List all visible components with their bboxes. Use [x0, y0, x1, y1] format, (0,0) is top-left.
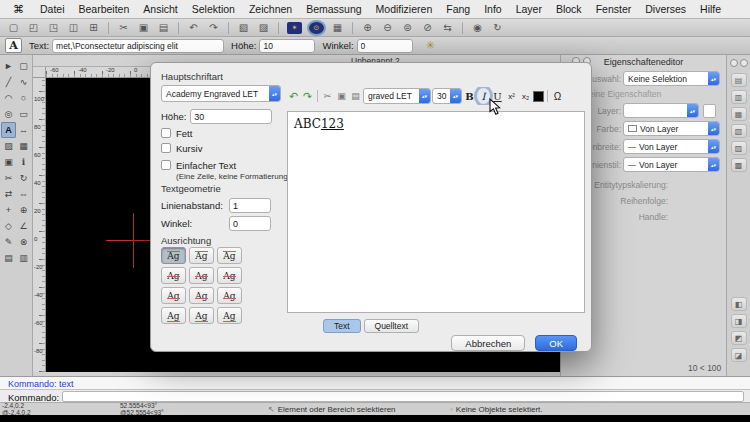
misc-tool[interactable]: ▥	[16, 250, 31, 266]
separator[interactable]	[462, 22, 463, 34]
text-content-editor[interactable]: ABC 123	[287, 111, 585, 313]
modify-tool[interactable]: ✎	[1, 234, 16, 250]
align-top-left[interactable]: Ag	[161, 247, 186, 264]
redo-icon[interactable]: ↷	[205, 20, 222, 35]
polygon-tool[interactable]: ◇	[1, 218, 16, 234]
lineweight-select[interactable]: — Von Layer ▴▾	[623, 139, 720, 154]
editor-font-select[interactable]: graved LET ▴▾	[363, 88, 431, 104]
paste-button[interactable]: ▤	[349, 88, 362, 104]
active-tool-icon[interactable]: ⊙	[309, 22, 324, 34]
ellipse-tool[interactable]: ◎	[1, 106, 16, 122]
move-tool[interactable]: ⇔	[16, 186, 31, 202]
tab-text[interactable]: Text	[323, 319, 361, 333]
align-base-center[interactable]: Ag	[189, 287, 214, 304]
arc-tool[interactable]: ◠	[1, 90, 16, 106]
library-browser-toggle-icon[interactable]: ▨	[731, 141, 747, 155]
menu-item[interactable]: Modifizieren	[369, 0, 440, 18]
cancel-button[interactable]: Abbrechen	[451, 335, 525, 351]
save-file-icon[interactable]: ◳	[45, 20, 62, 35]
text-tool[interactable]: A	[1, 122, 16, 138]
apple-menu-icon[interactable]: ⌘	[4, 3, 33, 16]
undo-icon[interactable]: ↶	[185, 20, 202, 35]
deselect-icon[interactable]: ▨	[255, 20, 272, 35]
print-icon[interactable]: ◫	[65, 20, 82, 35]
menu-item[interactable]: Hilfe	[693, 0, 728, 18]
menu-item[interactable]: Info	[477, 0, 509, 18]
selection-select[interactable]: Keine Selektion ▴▾	[623, 71, 720, 86]
align-base-left[interactable]: Ag	[161, 287, 186, 304]
tool-options-toggle-icon[interactable]: ◪	[731, 348, 747, 362]
editor-font-size-select[interactable]: 30 ▴▾	[432, 88, 462, 104]
selection-filter-toggle-icon[interactable]: ◧	[731, 297, 747, 311]
italic-checkbox[interactable]	[161, 143, 171, 153]
bold-checkbox[interactable]	[161, 128, 171, 138]
redo-button[interactable]: ↷	[301, 88, 314, 104]
menu-item[interactable]: Fenster	[589, 0, 639, 18]
undo-button[interactable]: ↶	[287, 88, 300, 104]
separator[interactable]	[352, 22, 353, 34]
rotate-tool[interactable]: ↻	[16, 170, 31, 186]
paste-icon[interactable]: ▤	[155, 20, 172, 35]
block-list-toggle-icon[interactable]: ▦	[731, 107, 747, 121]
trim-tool[interactable]: ✂	[1, 170, 16, 186]
bold-checkbox-row[interactable]: Fett	[161, 128, 192, 139]
align-base-right[interactable]: Ag	[217, 287, 242, 304]
align-middle-left[interactable]: Ag	[161, 267, 186, 284]
snap-options-toggle-icon[interactable]: ◩	[731, 331, 747, 345]
separator[interactable]	[108, 22, 109, 34]
zoom-out-icon[interactable]: ⊖	[379, 20, 396, 35]
select-all-icon[interactable]: ▧	[235, 20, 252, 35]
snap-tool[interactable]: +	[1, 202, 16, 218]
ok-button[interactable]: OK	[535, 335, 577, 351]
line-tool[interactable]: ╱	[1, 74, 16, 90]
menu-item[interactable]: Block	[549, 0, 589, 18]
separator[interactable]	[278, 22, 279, 34]
mirror-tool[interactable]: ⇄	[1, 186, 16, 202]
menu-item[interactable]: Ansicht	[136, 0, 184, 18]
zoom-in-icon[interactable]: ⊕	[359, 20, 376, 35]
command-line-toggle-icon[interactable]: ▩	[731, 158, 747, 172]
redraw-icon[interactable]: ↻	[489, 20, 506, 35]
view-list-toggle-icon[interactable]: ▧	[731, 124, 747, 138]
menu-item[interactable]: Layer	[509, 0, 549, 18]
spline-tool[interactable]: ∿	[16, 74, 31, 90]
selection-tool[interactable]: ►	[1, 58, 16, 74]
dock-close-icon[interactable]	[740, 59, 748, 67]
color-select[interactable]: Von Layer ▴▾	[623, 121, 720, 136]
center-snap-tool[interactable]: ⊕	[16, 202, 31, 218]
menu-item[interactable]: Bemassung	[299, 0, 368, 18]
eye-icon[interactable]: ◉	[469, 20, 486, 35]
align-top-center[interactable]: Ag	[189, 247, 214, 264]
menu-item[interactable]: Diverses	[638, 0, 693, 18]
cut-icon[interactable]: ✂	[115, 20, 132, 35]
isometric-grid-icon[interactable]: ▦	[329, 20, 346, 35]
menu-item[interactable]: Fang	[439, 0, 477, 18]
selection-area-tool[interactable]: ▢	[16, 58, 31, 74]
auto-zoom-icon[interactable]: ⊜	[399, 20, 416, 35]
copy-button[interactable]: ▣	[335, 88, 348, 104]
separator[interactable]	[178, 22, 179, 34]
main-height-input[interactable]	[190, 109, 272, 124]
menu-item[interactable]: Zeichnen	[242, 0, 299, 18]
angle-input[interactable]	[357, 39, 413, 53]
image-tool[interactable]: ▦	[16, 138, 31, 154]
delete-tool[interactable]: ⊗	[16, 234, 31, 250]
simple-text-checkbox-row[interactable]: Einfacher Text (Eine Zeile, keine Format…	[161, 160, 290, 182]
menu-item[interactable]: Selektion	[185, 0, 242, 18]
circle-tool[interactable]: ○	[16, 90, 31, 106]
layer-select[interactable]: ▴▾	[623, 103, 699, 118]
info-tool[interactable]: ℹ	[16, 154, 31, 170]
cut-button[interactable]: ✂	[321, 88, 334, 104]
main-font-select[interactable]: Academy Engraved LET ▴▾	[161, 85, 281, 102]
text-color-button[interactable]	[533, 91, 544, 102]
bold-button[interactable]: B	[463, 88, 476, 104]
special-symbol-icon[interactable]: ✳	[422, 38, 439, 53]
hatch-tool[interactable]: ▨	[1, 138, 16, 154]
linetype-select[interactable]: — Von Layer ▴▾	[623, 157, 720, 172]
command-input[interactable]	[62, 391, 744, 402]
special-characters-button[interactable]: Ω	[551, 88, 564, 104]
angle-tool[interactable]: ∠	[16, 218, 31, 234]
layer-extra-button[interactable]	[703, 104, 716, 118]
layer-list-toggle-icon[interactable]: ▥	[731, 90, 747, 104]
subscript-button[interactable]: x₂	[519, 88, 532, 104]
